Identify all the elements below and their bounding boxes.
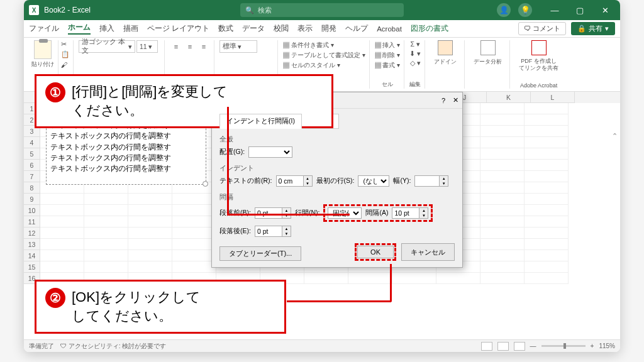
group-spacing: 間隔 (219, 193, 455, 202)
close-button[interactable]: ✕ (595, 6, 615, 15)
delete-cells-button[interactable]: ▦ 削除 ▾ (375, 50, 401, 60)
row-header[interactable]: 11 (24, 216, 40, 228)
align-top-icon[interactable]: ≡ (170, 40, 182, 53)
align-mid-icon[interactable]: ≡ (184, 40, 196, 53)
align-label: 配置(G): (219, 148, 245, 156)
format-painter-icon[interactable]: 🖌 (61, 61, 68, 69)
row-header[interactable]: 15 (24, 261, 40, 273)
account-icon[interactable]: 👤 (497, 3, 511, 17)
line-spacing-select[interactable]: 固定値 (328, 207, 362, 219)
number-format-select[interactable]: 標準 ▾ (219, 40, 257, 53)
callout-1-num: ① (45, 82, 65, 102)
dialog-help-icon[interactable]: ? (441, 97, 445, 104)
autosum-icon[interactable]: Σ ▾ (410, 40, 419, 48)
ok-button[interactable]: OK (357, 246, 394, 258)
lightbulb-icon[interactable]: 💡 (518, 3, 532, 17)
hanging-input[interactable] (414, 175, 440, 187)
cond-format-button[interactable]: ▦ 条件付き書式 ▾ (283, 40, 365, 50)
fill-icon[interactable]: ⬇ ▾ (409, 50, 421, 57)
row-header[interactable]: 13 (24, 239, 40, 250)
comment-button[interactable]: 🗨 コメント (518, 22, 566, 35)
callout-2: ② [OK]をクリックして してください。 (35, 280, 286, 334)
copy-icon[interactable]: 📋 (61, 50, 69, 58)
maximize-button[interactable]: ▢ (570, 6, 590, 15)
tab-dev[interactable]: 開発 (321, 24, 336, 33)
callout-2-l2: してください。 (72, 307, 201, 326)
row-header[interactable]: 6 (24, 160, 40, 171)
row-header[interactable]: 9 (24, 194, 40, 205)
tab-shape-format[interactable]: 図形の書式 (411, 24, 448, 33)
dialog-close-icon[interactable]: ✕ (453, 96, 458, 104)
tab-draw[interactable]: 描画 (123, 24, 138, 33)
pdf-icon[interactable] (531, 40, 547, 55)
before-spacing-input[interactable] (255, 207, 282, 219)
font-name-select[interactable]: 游ゴシック 本文 ▾ (79, 40, 135, 53)
page-break-view-icon[interactable] (514, 342, 525, 351)
cancel-button[interactable]: キャンセル (401, 243, 455, 261)
format-cells-button[interactable]: ▦ 書式 ▾ (375, 60, 401, 70)
row-header[interactable]: 4 (24, 137, 40, 148)
textbox-line: テキストボックス内の行間を調整す (50, 163, 202, 174)
col-k[interactable]: K (487, 92, 531, 103)
tab-insert[interactable]: 挿入 (99, 24, 114, 33)
tab-home[interactable]: ホーム (68, 23, 91, 35)
analysis-icon[interactable] (480, 40, 496, 55)
share-button[interactable]: 🔒 共有 ▾ (571, 22, 615, 35)
font-size-select[interactable]: 11 ▾ (136, 40, 158, 53)
tab-data[interactable]: データ (242, 24, 265, 33)
acrobat-l1: PDF を作成し (521, 58, 557, 64)
tab-view[interactable]: 表示 (297, 24, 313, 33)
group-indent: インデント (219, 164, 455, 173)
analysis-label: データ分析 (474, 58, 502, 66)
zoom-in-icon[interactable]: + (591, 343, 594, 349)
align-select[interactable] (248, 146, 292, 158)
tab-acrobat[interactable]: Acrobat (377, 25, 402, 33)
paragraph-dialog: ? ✕ インデントと行間隔(I) 体裁(H) 全般 配置(G): インデント (211, 92, 463, 268)
callout-2-num: ② (45, 288, 65, 308)
callout-2-l1: [OK]をクリックして (72, 288, 201, 307)
cut-icon[interactable]: ✂ (61, 40, 67, 48)
paste-icon[interactable] (34, 40, 52, 59)
tab-file[interactable]: ファイル (29, 24, 59, 33)
dialog-tab-indent[interactable]: インデントと行間隔(I) (219, 114, 302, 129)
zoom-level[interactable]: 115% (599, 343, 615, 349)
row-header[interactable]: 7 (24, 171, 40, 182)
first-line-select[interactable]: (なし) (358, 175, 389, 187)
before-text-input[interactable] (276, 175, 304, 187)
ribbon-tabs: ファイル ホーム 挿入 描画 ページ レイアウト 数式 データ 校閲 表示 開発… (24, 20, 620, 38)
row-header[interactable]: 5 (24, 148, 40, 160)
normal-view-icon[interactable] (481, 342, 492, 351)
col-l[interactable]: L (531, 92, 575, 103)
row-header[interactable]: 14 (24, 250, 40, 261)
after-spacing-input[interactable] (255, 226, 282, 237)
zoom-out-icon[interactable]: — (530, 343, 536, 349)
tab-layout[interactable]: ページ レイアウト (147, 24, 209, 33)
addin-icon[interactable] (438, 40, 453, 55)
tab-review[interactable]: 校閲 (274, 24, 289, 33)
format-table-button[interactable]: ▦ テーブルとして書式設定 ▾ (283, 50, 365, 60)
acrobat-l2: てリンクを共有 (519, 65, 558, 71)
accessibility-status[interactable]: 🛡 アクセシビリティ: 検討が必要です (60, 342, 166, 351)
minimize-button[interactable]: — (545, 6, 565, 15)
cells-group-label: セル (375, 80, 401, 89)
row-header[interactable]: 10 (24, 205, 40, 216)
page-layout-view-icon[interactable] (497, 342, 509, 351)
annotation-line (390, 264, 392, 302)
tab-formulas[interactable]: 数式 (218, 24, 233, 33)
textbox-line: テキストボックス内の行間を調整す (50, 142, 202, 153)
tabs-leader-button[interactable]: タブとリーダー(T)... (219, 246, 301, 261)
clear-icon[interactable]: ◇ ▾ (410, 59, 421, 67)
align-bot-icon[interactable]: ≡ (197, 40, 210, 53)
edit-group-label: 編集 (409, 80, 421, 89)
status-ready: 準備完了 (29, 342, 54, 351)
cell-styles-button[interactable]: ▦ セルのスタイル ▾ (283, 60, 365, 70)
search-box[interactable]: 🔍 検索 (240, 3, 404, 17)
callout-1-l2: ください。 (72, 101, 228, 120)
tab-help[interactable]: ヘルプ (345, 24, 368, 33)
row-header[interactable]: 12 (24, 228, 40, 239)
group-general: 全般 (219, 135, 455, 144)
insert-cells-button[interactable]: ▦ 挿入 ▾ (375, 40, 401, 50)
row-header[interactable]: 8 (24, 182, 40, 194)
at-input[interactable] (392, 207, 419, 219)
zoom-slider[interactable] (541, 345, 586, 347)
